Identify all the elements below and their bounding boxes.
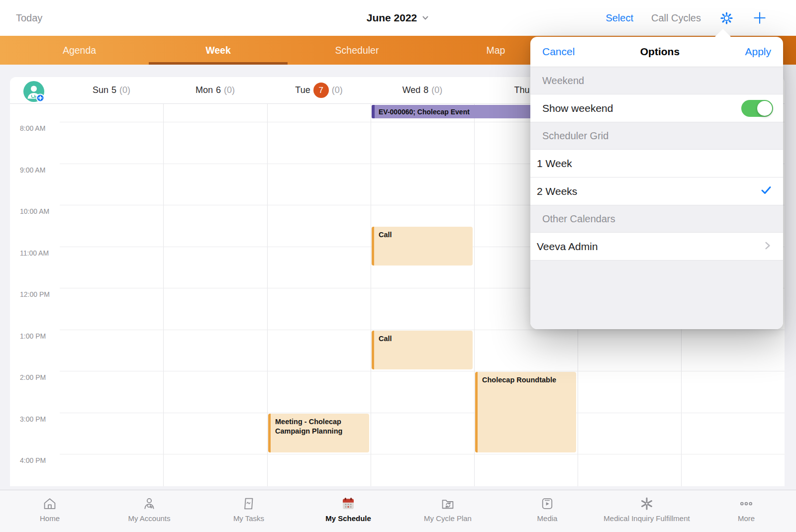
my-schedule-icon (340, 496, 356, 512)
chevron-right-icon (763, 241, 772, 253)
tab-more[interactable]: More (696, 490, 796, 532)
time-label: 3:00 PM (20, 415, 46, 423)
view-tab-week[interactable]: Week (149, 36, 288, 65)
time-label: 9:00 AM (20, 166, 45, 174)
other-calendar-label: Veeva Admin (537, 241, 598, 253)
day-date: 8 (423, 85, 428, 95)
home-icon (42, 496, 58, 512)
day-name: Sun (93, 85, 108, 95)
tab-label: More (738, 514, 755, 523)
day-name: Wed (402, 85, 421, 95)
event-accent-bar (372, 331, 374, 370)
view-tab-agenda[interactable]: Agenda (10, 36, 149, 65)
call-cycles-button[interactable]: Call Cycles (651, 12, 701, 24)
time-label: 10:00 AM (20, 207, 49, 215)
grid-option-label: 2 Weeks (537, 185, 577, 197)
media-icon (539, 496, 555, 512)
bottom-tab-bar: HomeMy AccountsMy TasksMy ScheduleMy Cyc… (0, 490, 796, 532)
today-date-badge: 7 (313, 83, 329, 98)
calendar-event[interactable]: Call (372, 331, 473, 370)
grid-hour-line (60, 413, 785, 413)
event-accent-bar (475, 372, 478, 452)
grid-column-line (371, 103, 371, 486)
tab-medical-inquiry-fulfillment[interactable]: Medical Inquiry Fulfillment (597, 490, 696, 532)
grid-option-1-week[interactable]: 1 Week (530, 150, 783, 177)
time-label: 8:00 AM (20, 124, 45, 132)
event-title: Call (379, 334, 469, 344)
view-tab-label: Week (205, 45, 231, 56)
apply-button[interactable]: Apply (745, 46, 771, 58)
day-name: Thu (514, 85, 529, 95)
tab-label: My Cycle Plan (424, 514, 472, 523)
view-tab-label: Agenda (63, 45, 96, 56)
scheduler-grid-section-header: Scheduler Grid (530, 122, 783, 150)
tab-my-accounts[interactable]: My Accounts (100, 490, 199, 532)
tab-my-schedule[interactable]: My Schedule (298, 490, 398, 532)
view-tab-label: Map (487, 45, 505, 56)
day-header-mon[interactable]: Mon6(0) (163, 77, 267, 103)
grid-hour-line (60, 454, 785, 454)
day-header-tue[interactable]: Tue7(0) (267, 77, 371, 103)
popover-title: Options (640, 46, 680, 58)
time-label: 2:00 PM (20, 373, 46, 381)
event-accent-bar (372, 105, 375, 118)
day-event-count: (0) (332, 85, 343, 95)
tab-my-tasks[interactable]: My Tasks (199, 490, 298, 532)
checkmark-icon (760, 184, 772, 198)
add-plus-button[interactable] (752, 10, 767, 25)
tab-label: My Tasks (233, 514, 264, 523)
time-label: 11:00 AM (20, 249, 49, 257)
tab-label: My Accounts (128, 514, 170, 523)
grid-column-line (474, 103, 475, 486)
select-button[interactable]: Select (605, 12, 633, 24)
my-accounts-icon (141, 496, 157, 512)
calendar-event[interactable]: Call (372, 227, 473, 266)
calendar-event[interactable]: Meeting - Cholecap Campaign Planning (268, 414, 369, 453)
tab-label: My Schedule (325, 514, 371, 523)
chevron-down-icon[interactable] (421, 14, 429, 22)
my-cycle-plan-icon (440, 496, 456, 512)
grid-option-2-weeks[interactable]: 2 Weeks (530, 177, 783, 205)
day-event-count: (0) (119, 85, 130, 95)
other-calendar-veeva-admin[interactable]: Veeva Admin (530, 233, 783, 261)
day-date: 6 (216, 85, 221, 95)
time-label: 1:00 PM (20, 332, 46, 340)
grid-hour-line (60, 371, 785, 371)
view-tab-scheduler[interactable]: Scheduler (288, 36, 426, 65)
popover-arrow (714, 29, 731, 37)
tab-home[interactable]: Home (0, 490, 100, 532)
tab-media[interactable]: Media (498, 490, 597, 532)
show-weekend-row: Show weekend (530, 94, 783, 122)
cancel-button[interactable]: Cancel (542, 46, 575, 58)
tab-label: Media (537, 514, 558, 523)
day-name: Mon (196, 85, 213, 95)
weekend-section-header: Weekend (530, 67, 783, 94)
day-event-count: (0) (431, 85, 442, 95)
view-tab-label: Scheduler (335, 45, 379, 56)
popover-filler (530, 261, 783, 329)
day-header-sun[interactable]: Sun5(0) (60, 77, 163, 103)
time-label: 12:00 PM (20, 290, 50, 298)
day-date: 5 (111, 85, 116, 95)
all-day-event-title: EV-000060; Cholecap Event (379, 108, 470, 116)
grid-column-line (267, 103, 268, 486)
show-weekend-label: Show weekend (542, 102, 613, 114)
day-header-wed[interactable]: Wed8(0) (371, 77, 474, 103)
tab-my-cycle-plan[interactable]: My Cycle Plan (398, 490, 498, 532)
add-account-avatar-button[interactable] (23, 81, 45, 102)
event-title: Meeting - Cholecap Campaign Planning (275, 417, 365, 437)
settings-gear-icon[interactable] (719, 10, 734, 26)
month-title[interactable]: June 2022 (367, 12, 417, 24)
options-popover: Cancel Options Apply Weekend Show weeken… (530, 28, 783, 329)
tab-label: Home (40, 514, 60, 523)
grid-column-line (163, 103, 164, 486)
other-calendars-section-header: Other Calendars (530, 205, 783, 233)
active-tab-underline (149, 62, 288, 65)
day-name: Tue (295, 85, 310, 95)
event-title: Call (379, 230, 469, 240)
time-label: 4:00 PM (20, 456, 46, 464)
show-weekend-toggle[interactable] (741, 100, 773, 117)
calendar-event[interactable]: Cholecap Roundtable (475, 372, 576, 452)
day-event-count: (0) (224, 85, 235, 95)
grid-option-label: 1 Week (537, 158, 572, 170)
